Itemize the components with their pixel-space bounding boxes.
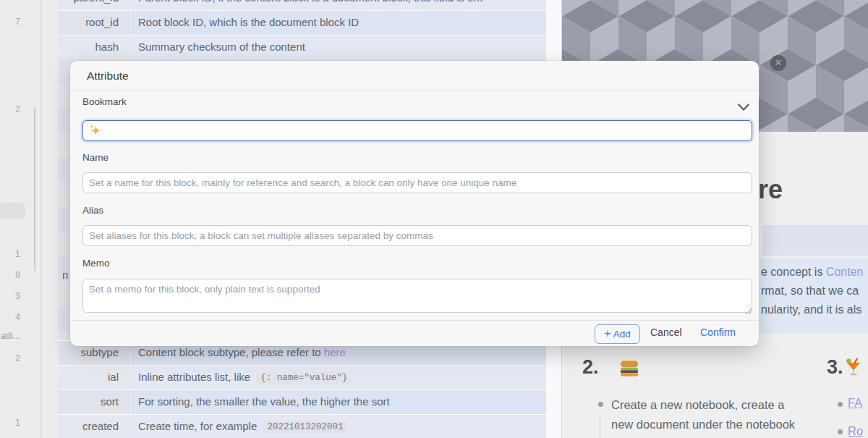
- faq-link[interactable]: FA: [848, 396, 862, 410]
- divider: [70, 90, 759, 90]
- left-gutter: 7 2 1 9 3 4 adi... 2 1: [0, 0, 58, 438]
- resize-grip[interactable]: [744, 304, 752, 311]
- table-row: hash Summary checksum of the content: [58, 35, 546, 59]
- table-cell-attr: created: [58, 415, 130, 438]
- attribute-dialog: Attribute Bookmark Name Alias Memo + Add…: [70, 61, 759, 346]
- tropical-drink-icon: [845, 358, 862, 379]
- bookmark-label: Bookmark: [82, 96, 127, 107]
- list-bullet: [838, 429, 843, 434]
- gutter-count: 9: [0, 270, 20, 280]
- inline-code-chip: {: name="value"}: [256, 372, 352, 384]
- memo-label: Memo: [82, 258, 110, 269]
- gutter-count: 2: [0, 104, 20, 114]
- table-row: ial Inline attributes list, like {: name…: [58, 365, 546, 389]
- gutter-count: 1: [0, 418, 20, 428]
- heading-number: 2.: [582, 356, 599, 378]
- gutter-truncated-label: adi...: [1, 331, 20, 341]
- divider: [70, 320, 759, 321]
- table-row: root_id Root block ID, which is the docu…: [58, 10, 546, 35]
- list-item-line: new document under the notebook: [611, 415, 814, 434]
- table-cell-desc: Root block ID, which is the document blo…: [130, 11, 546, 35]
- table-cell-attr: root_id: [58, 11, 130, 35]
- dialog-title: Attribute: [87, 70, 129, 83]
- gutter-count: 4: [0, 312, 20, 322]
- close-icon[interactable]: ✕: [770, 55, 786, 71]
- table-cell-desc: Create time, for example 20221013202001: [130, 415, 546, 438]
- table-cell-attr: ial: [58, 366, 130, 389]
- paragraph-line: nularity, and it is als: [761, 300, 868, 319]
- add-button-label: Add: [613, 329, 631, 340]
- table-cell-desc: Parent block ID, if the content block is…: [130, 0, 546, 10]
- gutter-highlight-pill: [0, 203, 25, 219]
- list-item: Create a new notebook, create a new docu…: [611, 395, 814, 434]
- desc-text: Inline attributes list, like: [138, 371, 253, 383]
- list-bullet: [598, 402, 603, 407]
- chevron-down-icon[interactable]: [738, 101, 751, 111]
- paragraph-text: e concept is: [761, 266, 826, 278]
- section-heading-3: 3.: [827, 356, 843, 379]
- gutter-count: 2: [0, 353, 20, 363]
- confirm-button[interactable]: Confirm: [700, 327, 736, 338]
- table-text-fragment: n: [62, 269, 68, 281]
- plus-icon: +: [604, 328, 610, 340]
- gutter-count: 7: [0, 17, 20, 27]
- inline-code-chip: 20221013202001: [263, 421, 347, 433]
- section-heading-2: 2.: [582, 356, 821, 379]
- paragraph-line: e concept is Conten: [761, 263, 868, 282]
- desc-text: Create time, for example: [138, 420, 260, 432]
- table-cell-attr: sort: [58, 390, 130, 414]
- add-button[interactable]: + Add: [595, 324, 640, 344]
- table-row: sort For sorting, the smaller the value,…: [58, 389, 546, 414]
- scrollbar[interactable]: [34, 107, 35, 271]
- table-cell-attr: parent_id: [58, 0, 130, 10]
- cancel-button[interactable]: Cancel: [650, 327, 682, 338]
- name-input[interactable]: [82, 172, 752, 193]
- hamburger-icon: [620, 360, 639, 380]
- alias-input[interactable]: [82, 225, 752, 246]
- panel-divider: [41, 0, 41, 438]
- table-cell-desc: For sorting, the smaller the value, the …: [130, 390, 546, 414]
- table-cell-desc: Summary checksum of the content: [130, 35, 546, 59]
- heading-text-fragment: re: [758, 174, 783, 205]
- table-cell-attr: hash: [58, 35, 130, 59]
- list-guide-line: [600, 414, 600, 438]
- name-label: Name: [82, 152, 109, 163]
- paragraph-line: rmat, so that we ca: [761, 282, 868, 300]
- sparkles-icon: [89, 124, 101, 138]
- roadmap-link[interactable]: Ro: [848, 424, 863, 438]
- desc-text: Content block subtype, please refer to: [138, 346, 324, 358]
- bookmark-input[interactable]: [82, 120, 752, 141]
- table-cell-desc: Inline attributes list, like {: name="va…: [130, 366, 546, 389]
- highlighted-block: [762, 225, 868, 256]
- list-bullet: [838, 402, 843, 407]
- list-item-line: Create a new notebook, create a: [611, 395, 814, 415]
- content-block-link[interactable]: Conten: [826, 266, 864, 278]
- gutter-count: 1: [0, 249, 20, 259]
- table-row: parent_id Parent block ID, if the conten…: [58, 0, 546, 10]
- table-row: created Create time, for example 2022101…: [58, 414, 546, 438]
- alias-label: Alias: [82, 205, 103, 216]
- here-link[interactable]: here: [324, 346, 346, 358]
- memo-textarea[interactable]: [82, 279, 752, 313]
- gutter-count: 3: [0, 291, 20, 301]
- selected-paragraph-block: e concept is Conten rmat, so that we ca …: [760, 258, 868, 333]
